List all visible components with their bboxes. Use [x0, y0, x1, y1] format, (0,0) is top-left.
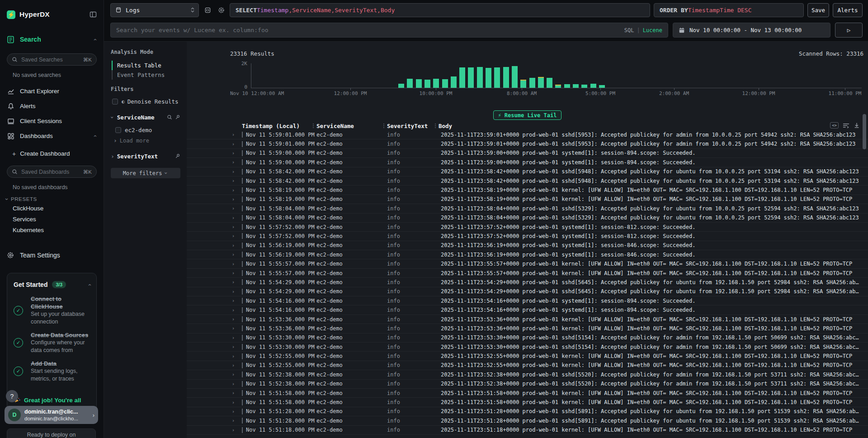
create-dashboard-button[interactable]: + Create Dashboard	[0, 146, 104, 161]
histogram-bar[interactable]	[512, 66, 518, 88]
chevron-up-icon[interactable]: ›	[85, 284, 92, 286]
expand-row-icon[interactable]: ›	[187, 363, 242, 368]
sidebar-item-team-settings[interactable]: Team Settings	[0, 249, 104, 261]
checkbox-icon[interactable]	[112, 99, 118, 105]
table-row[interactable]: ›Nov 11 5:51:58.000 PMec2-demoinfo2025-1…	[187, 389, 868, 398]
table-row[interactable]: ›Nov 11 5:52:38.000 PMec2-demoinfo2025-1…	[187, 370, 868, 379]
expand-row-icon[interactable]: ›	[187, 326, 242, 331]
column-resize-handle[interactable]	[383, 124, 384, 128]
expand-row-icon[interactable]: ›	[187, 215, 242, 220]
expand-row-icon[interactable]: ›	[187, 151, 242, 156]
expand-row-icon[interactable]: ›	[187, 178, 242, 183]
histogram-bar[interactable]	[590, 84, 596, 88]
user-profile-chip[interactable]: D dominic.tran@clic... dominic.tran@clic…	[5, 406, 98, 424]
expand-row-icon[interactable]: ›	[187, 317, 242, 322]
filter-group-servicename[interactable]: › ServiceName	[111, 113, 180, 122]
histogram-bar[interactable]	[398, 84, 404, 88]
table-row[interactable]: ›Nov 11 5:58:19.000 PMec2-demoinfo2025-1…	[187, 195, 868, 204]
event-search-input[interactable]: Search your events w/ Lucene ex. column:…	[110, 23, 668, 38]
search-icon[interactable]	[167, 113, 172, 122]
sidebar-item-alerts[interactable]: Alerts	[0, 99, 104, 114]
histogram-bar[interactable]	[520, 80, 526, 88]
histogram-bar[interactable]	[425, 80, 430, 88]
expand-row-icon[interactable]: ›	[187, 243, 242, 248]
expand-row-icon[interactable]: ›	[187, 390, 242, 395]
table-row[interactable]: ›Nov 11 5:59:01.000 PMec2-demoinfo2025-1…	[187, 130, 868, 139]
histogram-bar[interactable]	[442, 79, 448, 88]
vertical-scrollbar[interactable]	[863, 114, 866, 149]
table-row[interactable]: ›Nov 11 5:58:04.000 PMec2-demoinfo2025-1…	[187, 214, 868, 223]
pin-icon[interactable]	[175, 152, 180, 161]
pin-icon[interactable]	[175, 113, 180, 122]
table-row[interactable]: ›Nov 11 5:59:00.000 PMec2-demoinfo2025-1…	[187, 149, 868, 158]
histogram-bar[interactable]	[459, 67, 465, 88]
table-row[interactable]: ›Nov 11 5:52:55.000 PMec2-demoinfo2025-1…	[187, 352, 868, 361]
histogram-bar[interactable]	[433, 79, 439, 88]
table-row[interactable]: ›Nov 11 5:53:36.000 PMec2-demoinfo2025-1…	[187, 315, 868, 324]
settings-gear-icon[interactable]	[216, 5, 226, 15]
expand-row-icon[interactable]: ›	[187, 224, 242, 229]
table-row[interactable]: ›Nov 11 5:51:28.000 PMec2-demoinfo2025-1…	[187, 416, 868, 425]
denoise-results-checkbox[interactable]: ◐ Denoise Results	[112, 98, 180, 105]
table-row[interactable]: ›Nov 11 5:58:42.000 PMec2-demoinfo2025-1…	[187, 167, 868, 176]
alerts-button[interactable]: Alerts	[833, 3, 863, 17]
histogram-bar[interactable]	[468, 67, 474, 88]
expand-row-icon[interactable]: ›	[187, 335, 242, 340]
table-row[interactable]: ›Nov 11 5:54:16.000 PMec2-demoinfo2025-1…	[187, 305, 868, 314]
table-row[interactable]: ›Nov 11 5:56:19.000 PMec2-demoinfo2025-1…	[187, 241, 868, 250]
get-started-step[interactable]: ✓ Add Data Start sending logs, metrics, …	[14, 360, 90, 383]
expand-row-icon[interactable]: ›	[187, 354, 242, 359]
table-row[interactable]: ›Nov 11 5:56:19.000 PMec2-demoinfo2025-1…	[187, 250, 868, 259]
table-row[interactable]: ›Nov 11 5:51:58.000 PMec2-demoinfo2025-1…	[187, 398, 868, 407]
chevron-up-icon[interactable]: ›	[91, 38, 98, 40]
get-started-step[interactable]: ✓ Connect to ClickHouse Set up your data…	[14, 295, 90, 326]
table-row[interactable]: ›Nov 11 5:53:30.000 PMec2-demoinfo2025-1…	[187, 333, 868, 343]
expand-row-icon[interactable]: ›	[187, 197, 242, 202]
table-row[interactable]: ›Nov 11 5:53:30.000 PMec2-demoinfo2025-1…	[187, 343, 868, 352]
wrap-lines-icon[interactable]	[843, 123, 849, 129]
saved-dashboards-input[interactable]: Saved Dashboards ⌘K	[7, 166, 97, 178]
table-row[interactable]: ›Nov 11 5:54:29.000 PMec2-demoinfo2025-1…	[187, 287, 868, 296]
table-row[interactable]: ›Nov 11 5:59:00.000 PMec2-demoinfo2025-1…	[187, 158, 868, 167]
col-body[interactable]: Body	[439, 123, 868, 130]
resume-live-tail-button[interactable]: ⚡ Resume Live Tail	[493, 110, 562, 120]
get-started-step[interactable]: ✓ Create Data Sources Configure where yo…	[14, 331, 90, 354]
table-row[interactable]: ›Nov 11 5:54:29.000 PMec2-demoinfo2025-1…	[187, 278, 868, 287]
expand-row-icon[interactable]: ›	[187, 428, 242, 433]
table-row[interactable]: ›Nov 11 5:58:42.000 PMec2-demoinfo2025-1…	[187, 176, 868, 186]
expand-row-icon[interactable]: ›	[187, 409, 242, 414]
histogram-bar[interactable]	[416, 79, 422, 88]
expand-row-icon[interactable]: ›	[187, 280, 242, 285]
save-button[interactable]: Save	[807, 3, 829, 17]
expand-row-icon[interactable]: ›	[187, 298, 242, 303]
histogram-bar[interactable]	[407, 79, 413, 88]
expand-row-icon[interactable]: ›	[187, 142, 242, 147]
histogram-bar[interactable]	[477, 67, 483, 88]
expand-row-icon[interactable]: ›	[187, 206, 242, 211]
raw-mode-icon[interactable]: <>	[830, 122, 839, 129]
table-row[interactable]: ›Nov 11 5:52:38.000 PMec2-demoinfo2025-1…	[187, 380, 868, 389]
get-started-header[interactable]: Get Started 3/3 ›	[14, 280, 90, 290]
chevron-up-icon[interactable]: ›	[91, 135, 98, 137]
expand-row-icon[interactable]: ›	[187, 289, 242, 294]
col-severitytext[interactable]: SeverityText	[387, 123, 439, 130]
histogram-bar[interactable]	[451, 76, 457, 88]
tab-event-patterns[interactable]: Event Patterns	[112, 70, 180, 80]
expand-row-icon[interactable]: ›	[187, 188, 242, 193]
lang-toggle-lucene[interactable]: Lucene	[643, 27, 662, 33]
expand-row-icon[interactable]: ›	[187, 381, 242, 386]
table-row[interactable]: ›Nov 11 5:52:55.000 PMec2-demoinfo2025-1…	[187, 361, 868, 370]
histogram-bar[interactable]	[547, 78, 552, 88]
preset-item-clickhouse[interactable]: ClickHouse	[0, 203, 104, 214]
table-row[interactable]: ›Nov 11 5:53:36.000 PMec2-demoinfo2025-1…	[187, 324, 868, 333]
expand-row-icon[interactable]: ›	[187, 418, 242, 423]
lang-toggle-sql[interactable]: SQL	[624, 27, 634, 33]
table-row[interactable]: ›Nov 11 5:51:18.000 PMec2-demoinfo2025-1…	[187, 426, 868, 435]
edit-source-icon[interactable]	[203, 5, 212, 15]
table-row[interactable]: ›Nov 11 5:55:57.000 PMec2-demoinfo2025-1…	[187, 259, 868, 268]
sidebar-item-dashboards[interactable]: Dashboards ›	[0, 129, 104, 143]
histogram-bar[interactable]	[564, 84, 570, 88]
table-row[interactable]: ›Nov 11 5:55:57.000 PMec2-demoinfo2025-1…	[187, 269, 868, 278]
histogram-bar[interactable]	[573, 84, 579, 88]
table-row[interactable]: ›Nov 11 5:59:01.000 PMec2-demoinfo2025-1…	[187, 139, 868, 148]
